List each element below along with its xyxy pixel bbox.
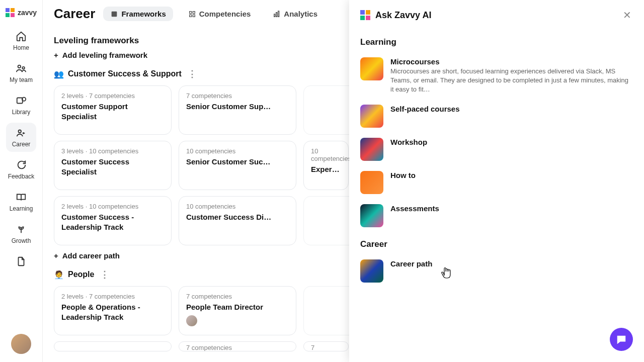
sidebar-item-career[interactable]: Career	[6, 123, 36, 152]
team-icon	[15, 62, 27, 74]
panel-item-thumb	[360, 171, 383, 194]
framework-card[interactable]: 7 competenciesPeople Team Director	[179, 286, 296, 335]
svg-point-4	[19, 130, 22, 133]
tab-competencies[interactable]: Competencies	[181, 7, 258, 21]
career-icon	[15, 127, 27, 139]
sidebar-item-more[interactable]	[6, 251, 36, 272]
sidebar: zavvy Home My team Library Career Feedba…	[0, 0, 43, 362]
card-meta: 10 competencies	[311, 147, 341, 162]
card-meta: 2 levels · 7 competencies	[61, 293, 164, 300]
sidebar-item-label: Home	[13, 44, 29, 51]
framework-card[interactable]: 10 competenciesExpert Customer…	[303, 141, 349, 190]
learning-icon	[15, 191, 27, 203]
framework-card[interactable]: 7 competencies	[179, 341, 296, 351]
group-title: Customer Success & Support	[68, 69, 182, 78]
panel-item-content: Career path	[390, 259, 633, 283]
framework-card[interactable]: 7 competencies	[303, 341, 349, 351]
card-title: Customer Support Specialist	[61, 102, 164, 121]
user-avatar[interactable]	[11, 334, 31, 354]
panel-item[interactable]: How to	[360, 166, 633, 199]
tab-frameworks[interactable]: Frameworks	[103, 7, 173, 21]
analytics-icon	[273, 10, 281, 18]
sidebar-item-team[interactable]: My team	[6, 58, 36, 87]
tab-analytics[interactable]: Analytics	[266, 7, 325, 21]
group-title: People	[68, 270, 94, 279]
ai-panel: Ask Zavvy AI ✕ Learning Microcourses Mic…	[349, 0, 644, 362]
group-icon: 🧑‍💼	[54, 270, 64, 280]
panel-body: Learning Microcourses Microcourses are s…	[349, 28, 644, 362]
framework-card[interactable]: 10 competenciesCustomer Success Di…	[179, 196, 296, 245]
tab-label: Competencies	[199, 10, 251, 18]
sidebar-item-feedback[interactable]: Feedback	[6, 155, 36, 184]
sidebar-item-label: Feedback	[8, 173, 35, 180]
card-title: Customer Success Specialist	[61, 157, 164, 176]
card-meta: 10 competencies	[186, 147, 289, 155]
panel-section-career: Career	[360, 239, 633, 249]
panel-item-content: Self-paced courses	[390, 105, 633, 128]
add-label: Add leveling framework	[62, 51, 147, 59]
logo[interactable]: zavvy	[6, 8, 37, 17]
panel-item-thumb	[360, 204, 383, 227]
panel-title: Ask Zavvy AI	[375, 10, 431, 21]
close-button[interactable]: ✕	[621, 9, 633, 21]
svg-rect-5	[112, 11, 117, 17]
svg-point-0	[18, 65, 21, 68]
sidebar-item-label: My team	[10, 76, 33, 83]
page-title: Career	[54, 6, 95, 22]
tab-label: Analytics	[284, 10, 317, 18]
framework-card[interactable]	[54, 341, 172, 351]
card-title: Expert Customer…	[311, 164, 341, 174]
home-icon	[15, 30, 27, 42]
panel-item-thumb	[360, 105, 383, 128]
growth-icon	[15, 223, 27, 235]
panel-item-content: How to	[390, 171, 633, 194]
brand-name: zavvy	[18, 9, 37, 17]
card-title: People Team Director	[186, 302, 289, 312]
panel-item[interactable]: Microcourses Microcourses are short, foc…	[360, 52, 633, 100]
svg-rect-12	[278, 11, 279, 17]
sidebar-item-library[interactable]: Library	[6, 90, 36, 120]
sidebar-item-learning[interactable]: Learning	[6, 187, 36, 216]
group-menu-button[interactable]: ⋮	[186, 68, 199, 79]
sidebar-item-label: Learning	[10, 205, 33, 212]
panel-item[interactable]: Career path	[360, 254, 633, 288]
panel-item-content: Microcourses Microcourses are short, foc…	[390, 57, 633, 95]
card-meta: 10 competencies	[186, 203, 289, 210]
panel-logo-icon	[360, 10, 370, 20]
card-meta: 7 competencies	[186, 293, 289, 300]
svg-rect-8	[189, 15, 191, 17]
plus-icon: +	[54, 251, 58, 260]
framework-card[interactable]: 2 levels · 7 competenciesCustomer Suppor…	[54, 85, 172, 135]
svg-rect-9	[193, 15, 195, 17]
card-meta: 2 levels · 7 competencies	[61, 92, 164, 100]
svg-rect-6	[189, 11, 191, 13]
card-title: Senior Customer Suc…	[186, 157, 287, 167]
panel-item-title: Workshop	[390, 138, 633, 146]
framework-card[interactable]: 2 levels · 7 competenciesPeople & Operat…	[54, 286, 172, 335]
framework-card[interactable]: 2 levels · 10 competenciesCustomer Succe…	[54, 196, 172, 245]
frameworks-icon	[110, 10, 118, 18]
panel-item[interactable]: Self-paced courses	[360, 100, 633, 133]
chat-icon	[616, 334, 627, 345]
group-menu-button[interactable]: ⋮	[98, 269, 111, 280]
sidebar-item-home[interactable]: Home	[6, 26, 36, 55]
sidebar-item-growth[interactable]: Growth	[6, 219, 36, 248]
panel-item[interactable]: Assessments	[360, 199, 633, 232]
framework-card[interactable]: 3 levels · 10 competenciesCustomer Succe…	[54, 141, 172, 190]
card-meta: 7 competencies	[311, 344, 341, 351]
panel-header: Ask Zavvy AI ✕	[349, 0, 644, 28]
chat-launcher[interactable]	[610, 328, 633, 351]
group-icon: 👥	[54, 69, 64, 79]
card-meta: 7 competencies	[186, 92, 289, 100]
panel-item-title: Career path	[390, 259, 633, 268]
panel-item[interactable]: Workshop	[360, 133, 633, 166]
document-icon	[15, 255, 27, 267]
panel-item-thumb	[360, 138, 383, 161]
framework-card[interactable]: 10 competenciesSenior Customer Suc…	[179, 141, 296, 190]
feedback-icon	[15, 159, 27, 171]
card-meta: 2 levels · 10 competencies	[61, 203, 164, 210]
svg-point-1	[22, 67, 25, 69]
panel-item-thumb	[360, 259, 383, 283]
framework-card[interactable]: 7 competenciesSenior Customer Sup…	[179, 85, 296, 135]
panel-item-thumb	[360, 57, 383, 80]
